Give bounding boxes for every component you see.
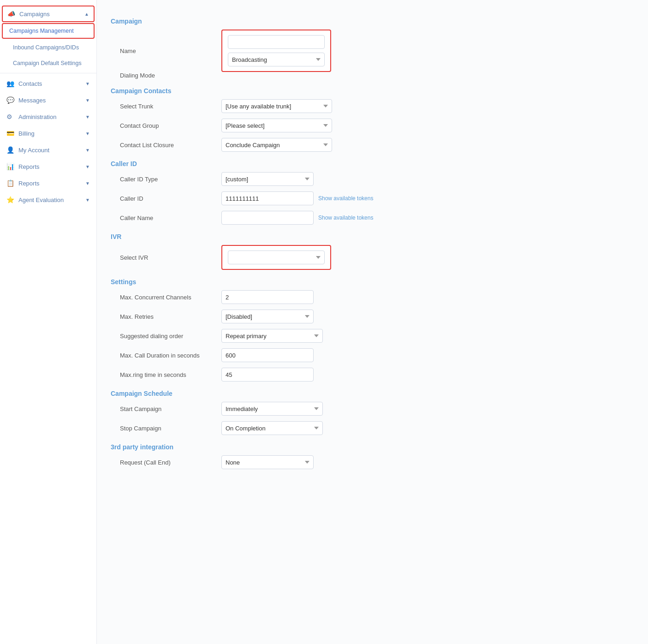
max-ring-time-label: Max.ring time in seconds (120, 371, 221, 378)
sidebar-sub-label: Campaign Default Settings (13, 60, 82, 66)
sidebar-item-campaign-default-settings[interactable]: Campaign Default Settings (0, 55, 96, 71)
stop-campaign-row: Stop Campaign On Completion (111, 421, 634, 435)
section-settings: Settings (111, 278, 634, 286)
section-campaign: Campaign (111, 18, 634, 25)
caller-name-show-tokens-link[interactable]: Show available tokens (318, 215, 373, 221)
chevron-down-icon: ▼ (85, 197, 90, 203)
caller-name-label: Caller Name (120, 215, 221, 221)
request-call-end-select[interactable]: None (221, 455, 314, 469)
caller-id-type-row: Caller ID Type [custom] (111, 172, 634, 186)
start-campaign-select[interactable]: Immediately (221, 402, 323, 416)
section-third-party: 3rd party integration (111, 443, 634, 451)
max-concurrent-channels-row: Max. Concurrent Channels (111, 290, 634, 304)
sidebar-sub-label: Campaigns Management (9, 28, 74, 34)
sidebar-item-messages[interactable]: 💬 Messages ▼ (0, 92, 96, 108)
chevron-down-icon: ▼ (85, 148, 90, 153)
select-ivr-row: Select IVR (111, 245, 634, 270)
select-trunk-label: Select Trunk (120, 103, 221, 110)
max-ring-time-input[interactable] (221, 368, 314, 382)
section-caller-id: Caller ID (111, 160, 634, 167)
select-ivr-select[interactable] (228, 250, 325, 264)
ivr-red-box (221, 245, 331, 270)
caller-id-label: Caller ID (120, 195, 221, 202)
max-ring-time-row: Max.ring time in seconds (111, 368, 634, 382)
max-call-duration-row: Max. Call Duration in seconds (111, 348, 634, 362)
max-call-duration-input[interactable] (221, 348, 314, 362)
sidebar-item-label: My Account (18, 147, 49, 154)
contact-list-closure-label: Contact List Closure (120, 142, 221, 149)
chevron-down-icon: ▼ (85, 131, 90, 136)
sidebar-item-inbound-campaigns[interactable]: Inbound Campaigns/DIDs (0, 40, 96, 55)
sidebar-item-label: Contacts (18, 80, 42, 87)
caller-id-input[interactable] (221, 191, 314, 205)
name-label: Name (120, 48, 221, 54)
select-trunk-control: [Use any available trunk] (221, 99, 332, 113)
max-retries-row: Max. Retries [Disabled] (111, 310, 634, 323)
reports1-icon: 📊 (6, 163, 15, 170)
chevron-down-icon: ▼ (85, 181, 90, 186)
billing-icon: 💳 (6, 130, 15, 137)
sidebar-item-reports1[interactable]: 📊 Reports ▼ (0, 158, 96, 175)
sidebar-item-my-account[interactable]: 👤 My Account ▼ (0, 142, 96, 158)
caller-id-type-select[interactable]: [custom] (221, 172, 314, 186)
sidebar-item-campaigns[interactable]: 📣 Campaigns ▲ (2, 6, 95, 22)
messages-icon: 💬 (6, 96, 15, 104)
caller-name-row: Caller Name Show available tokens (111, 211, 634, 225)
chevron-down-icon: ▼ (85, 81, 90, 86)
max-retries-select[interactable]: [Disabled] (221, 310, 314, 323)
dialing-mode-select[interactable]: Broadcasting Predictive Progressive Prev… (228, 53, 325, 66)
stop-campaign-label: Stop Campaign (120, 425, 221, 432)
max-concurrent-channels-label: Max. Concurrent Channels (120, 294, 221, 301)
suggested-dialing-order-label: Suggested dialing order (120, 333, 221, 340)
start-campaign-label: Start Campaign (120, 405, 221, 412)
campaign-name-row: Name Broadcasting Predictive Progressive… (111, 30, 634, 72)
sidebar-item-label: Agent Evaluation (18, 197, 64, 203)
sidebar-item-label: Messages (18, 97, 46, 104)
contact-group-label: Contact Group (120, 122, 221, 129)
reports2-icon: 📋 (6, 179, 15, 187)
caller-id-show-tokens-link[interactable]: Show available tokens (318, 195, 373, 202)
suggested-dialing-order-row: Suggested dialing order Repeat primary (111, 329, 634, 343)
select-trunk-select[interactable]: [Use any available trunk] (221, 99, 332, 113)
max-concurrent-channels-input[interactable] (221, 290, 314, 304)
sidebar-item-contacts[interactable]: 👥 Contacts ▼ (0, 75, 96, 92)
section-ivr: IVR (111, 233, 634, 240)
sidebar: 📣 Campaigns ▲ Campaigns Management Inbou… (0, 0, 97, 644)
sidebar-item-billing[interactable]: 💳 Billing ▼ (0, 125, 96, 142)
sidebar-item-campaigns-management[interactable]: Campaigns Management (2, 23, 95, 39)
sidebar-item-administration[interactable]: ⚙ Administration ▼ (0, 108, 96, 125)
caller-name-input[interactable] (221, 211, 314, 225)
sidebar-item-label: Billing (18, 130, 35, 137)
sidebar-item-label: Reports (18, 180, 40, 187)
max-retries-label: Max. Retries (120, 313, 221, 320)
chevron-up-icon: ▲ (84, 12, 89, 17)
caller-id-control: Show available tokens (221, 191, 373, 205)
request-call-end-row: Request (Call End) None (111, 455, 634, 469)
contact-list-closure-row: Contact List Closure Conclude Campaign (111, 138, 634, 152)
chevron-down-icon: ▼ (85, 164, 90, 169)
suggested-dialing-order-select[interactable]: Repeat primary (221, 329, 323, 343)
sidebar-sub-label: Inbound Campaigns/DIDs (13, 44, 79, 51)
sidebar-item-agent-evaluation[interactable]: ⭐ Agent Evaluation ▼ (0, 191, 96, 208)
campaign-name-input[interactable] (228, 35, 325, 49)
sidebar-item-label: Administration (18, 113, 56, 120)
contact-list-closure-select[interactable]: Conclude Campaign (221, 138, 332, 152)
administration-icon: ⚙ (6, 113, 15, 120)
contact-list-closure-control: Conclude Campaign (221, 138, 332, 152)
dialing-mode-label-row: Dialing Mode (111, 72, 634, 79)
campaigns-icon: 📣 (7, 10, 16, 18)
select-trunk-row: Select Trunk [Use any available trunk] (111, 99, 634, 113)
select-ivr-label: Select IVR (120, 254, 221, 261)
sidebar-item-label: Campaigns (19, 11, 50, 18)
caller-id-type-label: Caller ID Type (120, 176, 221, 183)
sidebar-item-reports2[interactable]: 📋 Reports ▼ (0, 175, 96, 191)
start-campaign-row: Start Campaign Immediately (111, 402, 634, 416)
stop-campaign-select[interactable]: On Completion (221, 421, 323, 435)
my-account-icon: 👤 (6, 146, 15, 154)
caller-id-type-control: [custom] (221, 172, 314, 186)
contact-group-select[interactable]: [Please select] (221, 119, 332, 132)
main-content: Campaign Name Broadcasting Predictive Pr… (97, 0, 648, 644)
dialing-mode-label: Dialing Mode (120, 72, 221, 79)
chevron-down-icon: ▼ (85, 98, 90, 103)
max-call-duration-label: Max. Call Duration in seconds (120, 352, 221, 359)
